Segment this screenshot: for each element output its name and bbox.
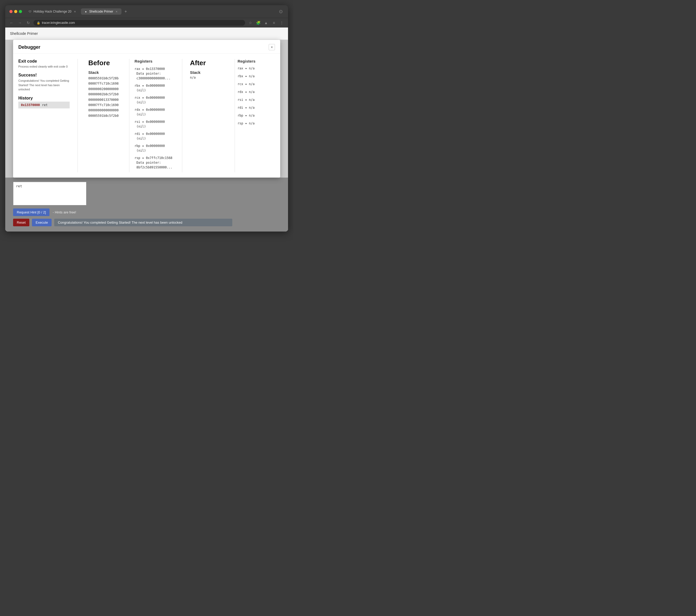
success-banner: Congratulations! You completed Getting S… <box>54 219 232 226</box>
reg-after-label: Registers <box>237 59 275 63</box>
profile-icon[interactable]: ▲ <box>263 20 269 26</box>
code-editor-text: ret <box>16 184 83 188</box>
stack-val-7: 00005591b8c5f2b0 <box>88 113 118 119</box>
reg-rbp: rbp = 0x00000000 (nil) <box>135 143 177 153</box>
registers-after-col: Registers rax = n/a rbx = n/a rcx = n/a … <box>237 59 275 172</box>
title-bar: 🛡 Holiday Hack Challenge 20 ✕ ● Shellcod… <box>5 5 288 18</box>
after-reg-rdx: rdx = n/a <box>237 90 275 94</box>
forward-button[interactable]: → <box>17 20 23 26</box>
overflow-icon[interactable]: ⋮ <box>279 20 285 26</box>
success-label: Success! <box>18 73 70 78</box>
exit-code-label: Exit code <box>18 59 70 64</box>
tab-close-2[interactable]: ✕ <box>115 10 118 13</box>
tab-favicon-2: ● <box>84 10 88 13</box>
after-stack-label: Stack <box>190 70 232 75</box>
stack-val-0: 00005591b8c5f28b <box>88 76 118 81</box>
history-item: 0x13370000 ret <box>18 101 70 108</box>
after-reg-rax: rax = n/a <box>237 66 275 70</box>
registers-before-col: Registers rax = 0x13370000 Data pointer:… <box>132 59 179 172</box>
modal-title: Debugger <box>18 45 40 50</box>
new-tab-button[interactable]: + <box>123 9 129 15</box>
reload-button[interactable]: ↻ <box>25 20 31 26</box>
tabs-bar: 🛡 Holiday Hack Challenge 20 ✕ ● Shellcod… <box>25 9 274 15</box>
lock-icon: 🔒 <box>37 21 40 25</box>
toolbar-row: Request Hint [0 / 2] - Hints are free! <box>13 208 280 216</box>
divider-2 <box>129 59 129 172</box>
reg-rdx: rdx = 0x00000000 (nil) <box>135 107 177 117</box>
sidebar-title: Shellcode Primer <box>10 31 38 36</box>
after-section: After Stack n/a <box>185 59 232 172</box>
reset-button[interactable]: Reset <box>13 219 29 226</box>
before-title: Before <box>88 59 118 67</box>
tab-shellcode-primer[interactable]: ● Shellcode Primer ✕ <box>81 9 122 15</box>
nav-actions: ☆ 🧩 ▲ ≡ ⋮ <box>247 20 285 26</box>
minimize-traffic-light[interactable] <box>14 10 17 13</box>
stack-val-3: 00000002b8c5f2b0 <box>88 92 118 97</box>
reg-rax: rax = 0x13370000 Data pointer: c30000000… <box>135 66 177 81</box>
history-addr: 0x13370000 <box>21 103 40 107</box>
tab-label-1: Holiday Hack Challenge 20 <box>33 10 72 13</box>
left-panel: Exit code Process exited cleanly with ex… <box>18 59 75 172</box>
debugger-modal: Debugger × Exit code Process exited clea… <box>13 40 280 177</box>
after-reg-rsi: rsi = n/a <box>237 98 275 101</box>
nav-bar: ← → ↻ 🔒 tracer.kringlecastle.com ☆ 🧩 ▲ ≡… <box>5 18 288 28</box>
before-stack-label: Stack <box>88 70 118 75</box>
bookmark-icon[interactable]: ☆ <box>247 20 253 26</box>
settings-icon[interactable]: ≡ <box>271 20 277 26</box>
address-text: tracer.kringlecastle.com <box>42 21 242 25</box>
tab-holiday-hack[interactable]: 🛡 Holiday Hack Challenge 20 ✕ <box>25 9 80 15</box>
reg-rbx: rbx = 0x00000000 (nil) <box>135 83 177 93</box>
stack-val-1: 00007ffc710c1698 <box>88 81 118 86</box>
modal-body: Exit code Process exited cleanly with ex… <box>13 54 280 177</box>
back-button[interactable]: ← <box>9 20 15 26</box>
bottom-area: ret Request Hint [0 / 2] - Hints are fre… <box>5 177 288 232</box>
browser-frame: 🛡 Holiday Hack Challenge 20 ✕ ● Shellcod… <box>5 5 288 232</box>
reg-rsp: rsp = 0x7ffc710c1568 Data pointer: 8bf2c… <box>135 156 177 170</box>
tab-favicon-1: 🛡 <box>28 10 32 13</box>
action-row: Reset Execute Congratulations! You compl… <box>13 219 280 226</box>
request-hint-button[interactable]: Request Hint [0 / 2] <box>13 208 49 216</box>
extensions-icon[interactable]: 🧩 <box>255 20 261 26</box>
after-reg-rbx: rbx = n/a <box>237 74 275 78</box>
reg-rcx: rcx = 0x00000000 (nil) <box>135 95 177 105</box>
browser-content: Shellcode Primer Debugger × Exit code Pr… <box>5 28 288 232</box>
code-editor[interactable]: ret <box>13 182 86 205</box>
stack-val-4: 0000000013370000 <box>88 97 118 102</box>
before-stack-values: 00005591b8c5f28b 00007ffc710c1698 000000… <box>88 76 118 119</box>
after-title: After <box>190 59 232 67</box>
after-reg-rbp: rbp = n/a <box>237 114 275 117</box>
after-reg-rsp: rsp = n/a <box>237 122 275 125</box>
execute-button[interactable]: Execute <box>32 219 51 226</box>
browser-menu-icon[interactable]: ⊙ <box>278 9 284 15</box>
stack-val-2: 0000000200000000 <box>88 86 118 92</box>
modal-close-button[interactable]: × <box>269 44 275 50</box>
tab-label-2: Shellcode Primer <box>89 10 113 13</box>
after-stack-value: n/a <box>190 76 232 79</box>
reg-before-label: Registers <box>135 59 177 63</box>
traffic-lights <box>10 10 22 13</box>
after-reg-rdi: rdi = n/a <box>237 106 275 109</box>
exit-code-value: Process exited cleanly with exit code 0 <box>18 65 70 69</box>
before-section: Before Stack 00005591b8c5f28b 00007ffc71… <box>80 59 126 172</box>
history-instruction: ret <box>42 103 48 107</box>
history-label: History <box>18 96 70 100</box>
reg-rdi: rdi = 0x00000000 (nil) <box>135 131 177 141</box>
sidebar-tab: Shellcode Primer <box>5 28 288 40</box>
maximize-traffic-light[interactable] <box>19 10 22 13</box>
divider-3 <box>182 59 182 172</box>
stack-val-6: 0000000000000000 <box>88 108 118 113</box>
tab-close-1[interactable]: ✕ <box>73 10 77 13</box>
reg-rsi: rsi = 0x00000000 (nil) <box>135 120 177 129</box>
divider-4 <box>235 59 235 172</box>
close-traffic-light[interactable] <box>10 10 13 13</box>
hint-free-text: - Hints are free! <box>53 210 76 214</box>
modal-header: Debugger × <box>13 40 280 54</box>
address-bar[interactable]: 🔒 tracer.kringlecastle.com <box>33 20 245 26</box>
stack-val-5: 00007ffc710c1690 <box>88 102 118 108</box>
after-reg-rcx: rcx = n/a <box>237 82 275 86</box>
success-value: Congratulations! You completed Getting S… <box>18 79 70 92</box>
